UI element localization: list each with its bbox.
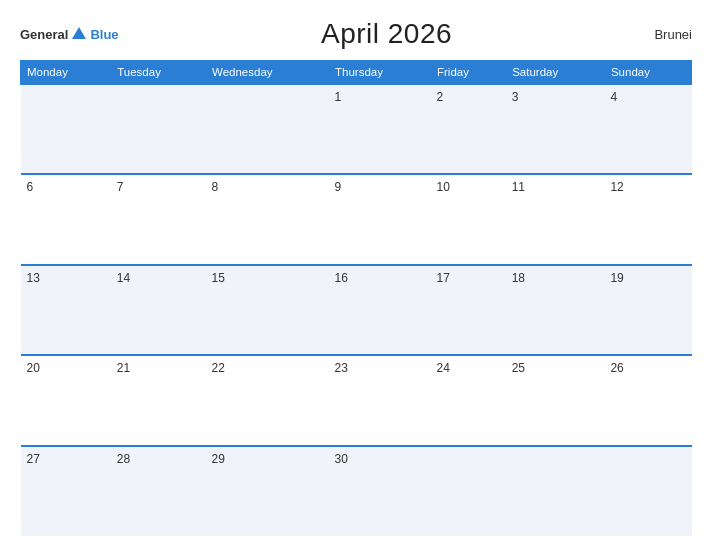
- calendar-cell: 30: [329, 446, 431, 536]
- day-number: 15: [212, 271, 225, 285]
- calendar-cell: 14: [111, 265, 206, 355]
- calendar-cell: 9: [329, 174, 431, 264]
- logo: General Blue: [20, 27, 119, 42]
- calendar-cell: [506, 446, 605, 536]
- calendar-cell: 25: [506, 355, 605, 445]
- calendar-cell: 1: [329, 84, 431, 174]
- top-bar: General Blue April 2026 Brunei: [20, 18, 692, 50]
- logo-blue-text: Blue: [90, 27, 118, 42]
- day-number: 13: [27, 271, 40, 285]
- day-number: 19: [610, 271, 623, 285]
- day-number: 20: [27, 361, 40, 375]
- calendar-cell: [21, 84, 111, 174]
- day-number: 23: [335, 361, 348, 375]
- calendar-cell: 20: [21, 355, 111, 445]
- month-title: April 2026: [321, 18, 452, 50]
- calendar-cell: 16: [329, 265, 431, 355]
- header-sunday: Sunday: [604, 61, 691, 85]
- day-number: 16: [335, 271, 348, 285]
- day-number: 12: [610, 180, 623, 194]
- day-number: 1: [335, 90, 342, 104]
- calendar-cell: 7: [111, 174, 206, 264]
- calendar-cell: 4: [604, 84, 691, 174]
- day-number: 2: [436, 90, 443, 104]
- day-number: 9: [335, 180, 342, 194]
- calendar-cell: 18: [506, 265, 605, 355]
- calendar-cell: 11: [506, 174, 605, 264]
- calendar-cell: 29: [206, 446, 329, 536]
- logo-general-text: General: [20, 27, 68, 42]
- header-thursday: Thursday: [329, 61, 431, 85]
- day-number: 25: [512, 361, 525, 375]
- day-number: 14: [117, 271, 130, 285]
- calendar-cell: 21: [111, 355, 206, 445]
- calendar-cell: [430, 446, 505, 536]
- calendar-cell: 24: [430, 355, 505, 445]
- calendar-week-row: 20212223242526: [21, 355, 692, 445]
- day-number: 29: [212, 452, 225, 466]
- day-number: 28: [117, 452, 130, 466]
- day-number: 8: [212, 180, 219, 194]
- calendar-cell: [206, 84, 329, 174]
- calendar-cell: 28: [111, 446, 206, 536]
- calendar-cell: 17: [430, 265, 505, 355]
- header-friday: Friday: [430, 61, 505, 85]
- calendar-table: Monday Tuesday Wednesday Thursday Friday…: [20, 60, 692, 536]
- header-wednesday: Wednesday: [206, 61, 329, 85]
- calendar-week-row: 1234: [21, 84, 692, 174]
- calendar-week-row: 13141516171819: [21, 265, 692, 355]
- day-number: 24: [436, 361, 449, 375]
- day-number: 17: [436, 271, 449, 285]
- day-number: 3: [512, 90, 519, 104]
- logo-triangle-icon: [72, 27, 86, 39]
- calendar-cell: 26: [604, 355, 691, 445]
- calendar-cell: 19: [604, 265, 691, 355]
- calendar-cell: 2: [430, 84, 505, 174]
- calendar-cell: 22: [206, 355, 329, 445]
- calendar-cell: 15: [206, 265, 329, 355]
- day-number: 27: [27, 452, 40, 466]
- calendar-cell: 12: [604, 174, 691, 264]
- calendar-cell: 23: [329, 355, 431, 445]
- day-number: 18: [512, 271, 525, 285]
- weekday-header-row: Monday Tuesday Wednesday Thursday Friday…: [21, 61, 692, 85]
- calendar-cell: [111, 84, 206, 174]
- day-number: 21: [117, 361, 130, 375]
- day-number: 7: [117, 180, 124, 194]
- country-label: Brunei: [654, 27, 692, 42]
- day-number: 22: [212, 361, 225, 375]
- calendar-cell: 3: [506, 84, 605, 174]
- calendar-week-row: 6789101112: [21, 174, 692, 264]
- day-number: 11: [512, 180, 525, 194]
- day-number: 26: [610, 361, 623, 375]
- calendar-cell: 27: [21, 446, 111, 536]
- calendar-page: General Blue April 2026 Brunei Monday Tu…: [0, 0, 712, 550]
- day-number: 6: [27, 180, 34, 194]
- header-monday: Monday: [21, 61, 111, 85]
- calendar-cell: 10: [430, 174, 505, 264]
- day-number: 10: [436, 180, 449, 194]
- calendar-cell: [604, 446, 691, 536]
- header-saturday: Saturday: [506, 61, 605, 85]
- header-tuesday: Tuesday: [111, 61, 206, 85]
- calendar-cell: 8: [206, 174, 329, 264]
- day-number: 30: [335, 452, 348, 466]
- calendar-cell: 13: [21, 265, 111, 355]
- calendar-cell: 6: [21, 174, 111, 264]
- calendar-week-row: 27282930: [21, 446, 692, 536]
- day-number: 4: [610, 90, 617, 104]
